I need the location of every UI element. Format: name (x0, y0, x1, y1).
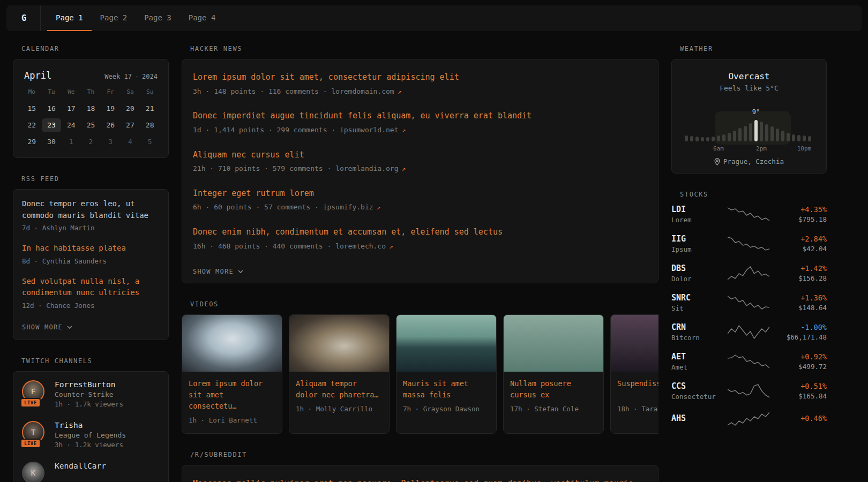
rss-item-title[interactable]: Donec tempor eros leo, ut commodo mauris… (22, 198, 160, 221)
stock-values: +4.35% $795.18 (775, 205, 827, 223)
video-card: Mauris sit amet massa felis 7h · Grayson… (396, 314, 497, 434)
hn-show-more-button[interactable]: SHOW MORE (193, 265, 243, 275)
day-header: Tu (42, 88, 62, 99)
rss-item-meta: 12d · Chance Jones (22, 301, 160, 311)
video-thumbnail[interactable] (611, 315, 659, 372)
stock-id: IIG Ipsum (671, 234, 722, 253)
stock-values: +1.36% $148.64 (775, 293, 827, 312)
calendar-day: 26 (101, 118, 121, 132)
tab-page-3[interactable]: Page 3 (136, 5, 180, 31)
rss-item-title[interactable]: Sed volutpat nulla nisl, a condimentum n… (22, 276, 160, 299)
post-title[interactable]: Maecenas mollis pulvinar erat non posuer… (193, 477, 647, 482)
tab-page-4[interactable]: Page 4 (180, 5, 225, 31)
stock-sparkline (722, 383, 775, 399)
channel-name[interactable]: ForrestBurton (55, 380, 123, 389)
calendar-day: 22 (22, 118, 42, 132)
time-label-10pm: 10pm (797, 145, 812, 152)
stock-values: -1.00% $66,171.48 (775, 323, 827, 341)
stock-row[interactable]: LDI Lorem +4.35% $795.18 (671, 205, 827, 224)
stock-name: Amet (671, 363, 722, 371)
stock-price: $148.64 (775, 304, 827, 312)
stock-values: +0.92% $499.72 (775, 352, 827, 371)
video-body: Mauris sit amet massa felis 7h · Grayson… (396, 372, 496, 422)
stocks-list: LDI Lorem +4.35% $795.18 IIG Ipsum (671, 205, 827, 427)
video-card: Aliquam tempor dolor nec pharetra… 1h · … (289, 314, 390, 434)
weather-section-title: WEATHER (680, 45, 827, 52)
stock-row[interactable]: CCS Consectetur +0.51% $165.84 (671, 381, 827, 401)
hn-item-title[interactable]: Lorem ipsum dolor sit amet, consectetur … (193, 72, 459, 82)
stock-change: -1.00% (775, 323, 827, 332)
hn-item-title[interactable]: Donec enim nibh, condimentum et accumsan… (193, 227, 503, 237)
video-thumbnail[interactable] (504, 315, 603, 372)
external-link-icon[interactable]: ↗ (389, 242, 393, 250)
calendar-year-label: 2024 (142, 73, 158, 80)
dashboard: CALENDAR April Week 17·2024 Mo Tu We Th … (0, 45, 868, 482)
stock-change: +1.42% (775, 264, 827, 273)
app-logo[interactable]: G (21, 5, 41, 31)
video-title[interactable]: Nullam posuere cursus ex (510, 378, 597, 401)
stock-price: $156.28 (775, 274, 827, 282)
tab-page-2[interactable]: Page 2 (92, 5, 136, 31)
hn-item-meta: 6h · 60 points · 57 comments · ipsumify.… (193, 202, 647, 213)
channel-meta: 3h · 1.2k viewers (55, 441, 126, 449)
stock-row[interactable]: AET Amet +0.92% $499.72 (671, 352, 827, 371)
hn-item-title[interactable]: Aliquam nec cursus elit (193, 150, 304, 160)
twitch-channel[interactable]: F LIVE ForrestBurton Counter-Strike 1h ·… (22, 380, 160, 408)
topbar: G Page 1 Page 2 Page 3 Page 4 (6, 5, 862, 31)
time-label-6am: 6am (713, 145, 724, 152)
left-column: CALENDAR April Week 17·2024 Mo Tu We Th … (13, 45, 169, 482)
video-title[interactable]: Suspendisse diam (617, 378, 659, 401)
twitch-channel[interactable]: K KendallCarr (22, 462, 160, 482)
hn-item-title[interactable]: Integer eget rutrum lorem (193, 189, 314, 198)
video-body: Aliquam tempor dolor nec pharetra… 1h · … (289, 372, 389, 422)
channel-name[interactable]: Trisha (55, 421, 126, 430)
channel-name[interactable]: KendallCarr (55, 462, 106, 470)
calendar-day: 25 (81, 118, 101, 132)
rss-item-title[interactable]: In hac habitasse platea (22, 243, 160, 254)
hn-meta-text: 1d · 1,414 points · 299 comments · ipsum… (193, 126, 399, 134)
video-thumbnail[interactable] (289, 315, 389, 372)
stock-name: Ipsum (671, 245, 722, 253)
twitch-widget: TWITCH CHANNELS F LIVE ForrestBurton Cou… (13, 357, 169, 482)
video-card: Nullam posuere cursus ex 17h · Stefan Co… (503, 314, 604, 434)
stock-sparkline (722, 265, 775, 281)
stock-row[interactable]: CRN Bitcorn -1.00% $66,171.48 (671, 322, 827, 342)
stocks-widget: STOCKS LDI Lorem +4.35% $795.18 IIG (671, 191, 827, 427)
video-thumbnail[interactable] (182, 315, 282, 372)
stock-change: +0.46% (775, 414, 827, 423)
calendar-week-label: Week 17 (104, 73, 132, 80)
channel-category: Counter-Strike (55, 390, 123, 398)
temperature-label: 9° (752, 108, 760, 116)
page-tabs: Page 1 Page 2 Page 3 Page 4 (47, 5, 224, 31)
time-label-2pm: 2pm (756, 145, 767, 152)
stock-ticker: LDI (671, 205, 722, 214)
video-thumbnail[interactable] (396, 315, 496, 372)
stock-row[interactable]: DBS Dolor +1.42% $156.28 (671, 263, 827, 283)
stock-values: +2.84% $42.04 (775, 235, 827, 253)
stock-sparkline (722, 295, 775, 311)
location-pin-icon (714, 158, 720, 165)
hn-meta-text: 16h · 468 points · 440 comments · loremt… (193, 242, 386, 250)
center-column: HACKER NEWS Lorem ipsum dolor sit amet, … (182, 45, 659, 482)
rss-show-more-button[interactable]: SHOW MORE (22, 320, 72, 331)
tab-page-1[interactable]: Page 1 (47, 5, 92, 31)
calendar-day: 19 (101, 102, 121, 116)
video-title[interactable]: Lorem ipsum dolor sit amet consectetu… (189, 378, 275, 412)
subreddit-card: Maecenas mollis pulvinar erat non posuer… (182, 465, 659, 482)
calendar-day-selected: 23 (42, 118, 62, 132)
external-link-icon[interactable]: ↗ (377, 203, 381, 211)
external-link-icon[interactable]: ↗ (402, 164, 406, 172)
stock-id: DBS Dolor (671, 263, 722, 283)
twitch-channel[interactable]: T LIVE Trisha League of Legends 3h · 1.2… (22, 421, 160, 449)
stock-row[interactable]: AHS +0.46% (671, 411, 827, 427)
video-title[interactable]: Aliquam tempor dolor nec pharetra… (296, 378, 383, 401)
video-title[interactable]: Mauris sit amet massa felis (403, 378, 490, 401)
external-link-icon[interactable]: ↗ (398, 87, 402, 95)
stock-row[interactable]: SNRC Sit +1.36% $148.64 (671, 293, 827, 312)
stock-sparkline (722, 236, 775, 252)
external-link-icon[interactable]: ↗ (402, 126, 406, 134)
live-badge: LIVE (20, 398, 41, 408)
stock-row[interactable]: IIG Ipsum +2.84% $42.04 (671, 234, 827, 253)
calendar-day: 18 (81, 102, 101, 116)
hn-item-title[interactable]: Donec imperdiet augue tincidunt felis al… (193, 111, 532, 120)
